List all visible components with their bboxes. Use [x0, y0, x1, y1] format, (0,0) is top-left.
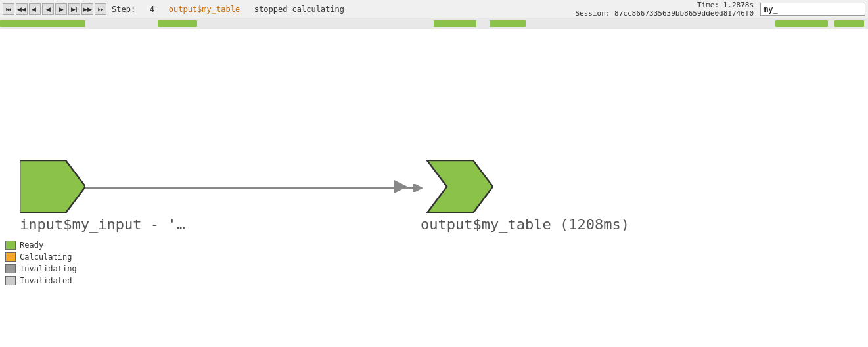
nav-first-button[interactable]: ⏮	[3, 3, 14, 15]
step-status: stopped calculating	[254, 5, 344, 14]
legend-label-ready: Ready	[20, 241, 43, 250]
legend-item-invalidated: Invalidated	[5, 276, 77, 285]
svg-marker-0	[20, 160, 85, 213]
nav-next-step-button[interactable]: ▶|	[68, 3, 80, 15]
progress-segment	[158, 20, 197, 27]
search-input[interactable]	[760, 3, 865, 16]
legend-label-invalidated: Invalidated	[20, 276, 72, 285]
output-arrow-indicator	[394, 180, 407, 195]
svg-marker-3	[394, 180, 407, 193]
output-node[interactable]: output$my_table (1208ms)	[421, 160, 493, 215]
legend: ReadyCalculatingInvalidatingInvalidated	[5, 241, 77, 285]
progress-segment	[775, 20, 828, 27]
nav-prev-button[interactable]: ◀	[42, 3, 54, 15]
progress-segment	[490, 20, 526, 27]
progress-segment	[834, 20, 864, 27]
time-session-info: Time: 1.2878s Session: 87cc8667335639bb8…	[575, 1, 754, 18]
nav-next-button[interactable]: ▶	[55, 3, 67, 15]
toolbar: ⏮ ◀◀ ◀| ◀ ▶ ▶| ▶▶ ⏭ Step: 4 output$my_ta…	[0, 0, 868, 18]
nav-next-next-button[interactable]: ▶▶	[81, 3, 93, 15]
session-value: 87cc8667335639bb8659dde0d81746f0	[614, 9, 754, 18]
output-node-label: output$my_table (1208ms)	[421, 216, 629, 233]
step-prefix: Step:	[112, 5, 135, 14]
session-label: Session:	[575, 9, 610, 18]
time-value: 1.2878s	[723, 1, 754, 9]
step-number: 4	[150, 5, 154, 14]
progress-bar-row	[0, 18, 868, 29]
legend-item-invalidating: Invalidating	[5, 264, 77, 273]
svg-marker-4	[427, 160, 493, 213]
legend-swatch-calculating	[5, 252, 16, 262]
input-node-label: input$my_input - '…	[20, 216, 185, 233]
time-label: Time:	[697, 1, 719, 9]
step-label: Step: 4 output$my_table stopped calculat…	[112, 5, 344, 14]
legend-item-ready: Ready	[5, 241, 77, 250]
legend-label-invalidating: Invalidating	[20, 264, 77, 273]
legend-item-calculating: Calculating	[5, 252, 77, 262]
legend-label-calculating: Calculating	[20, 252, 72, 262]
input-node[interactable]: input$my_input - '…	[20, 160, 85, 215]
progress-segment	[434, 20, 476, 27]
arrow-line	[85, 184, 427, 194]
progress-segment	[0, 20, 85, 27]
nav-prev-prev-button[interactable]: ◀◀	[16, 3, 28, 15]
step-output-text: output$my_table	[169, 5, 240, 14]
legend-swatch-ready	[5, 241, 16, 250]
legend-swatch-invalidated	[5, 276, 16, 285]
main-canvas: input$my_input - '… output$my_table (120…	[0, 29, 868, 292]
nav-last-button[interactable]: ⏭	[95, 3, 106, 15]
nav-prev-step-button[interactable]: ◀|	[29, 3, 41, 15]
legend-swatch-invalidating	[5, 264, 16, 273]
